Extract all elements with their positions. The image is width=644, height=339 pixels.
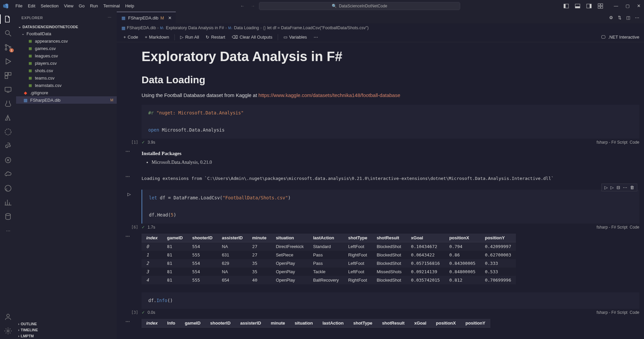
- output-menu-icon[interactable]: ⋯: [125, 174, 130, 179]
- restart-button[interactable]: ↻Restart: [204, 34, 227, 40]
- command-center[interactable]: 🔍 DataScienceInDotNetCode: [259, 2, 460, 10]
- database-icon[interactable]: [4, 212, 12, 221]
- layout-customize-icon[interactable]: [598, 3, 603, 9]
- close-icon[interactable]: ✕: [168, 15, 172, 20]
- nav-back-icon[interactable]: ←: [240, 3, 245, 8]
- column-header: situation: [271, 234, 308, 242]
- file-games-csv[interactable]: ▦games.csv: [16, 45, 117, 52]
- toolbar-more-icon[interactable]: ⋯: [312, 34, 320, 40]
- kaggle-link[interactable]: https://www.kaggle.com/datasets/technika…: [259, 92, 400, 98]
- more-icon[interactable]: ⋯: [635, 15, 639, 20]
- file-notebook[interactable]: ▦ FSharpEDA.dib M: [16, 96, 117, 104]
- window-minimize-icon[interactable]: —: [614, 3, 618, 8]
- breadcrumb[interactable]: ▦ FSharpEDA.dib › M↓ Exploratory Data An…: [117, 23, 644, 32]
- output-menu-icon[interactable]: ⋯: [125, 234, 130, 239]
- cell-language[interactable]: fsharp - F# Script: [597, 140, 628, 145]
- breadcrumb-file[interactable]: FSharpEDA.dib: [127, 26, 156, 30]
- cell-language[interactable]: fsharp - F# Script: [597, 310, 628, 315]
- explorer-icon[interactable]: [4, 15, 12, 23]
- more-icon[interactable]: ⋯: [4, 227, 12, 235]
- extensions-icon[interactable]: [4, 71, 12, 80]
- chart-icon[interactable]: [4, 198, 12, 206]
- column-header: positionX: [431, 319, 461, 328]
- menu-terminal[interactable]: Terminal: [101, 2, 122, 10]
- menu-selection[interactable]: Selection: [38, 2, 61, 10]
- scm-icon[interactable]: 1: [4, 43, 12, 51]
- tab-fsharpeda[interactable]: ▦ FSharpEDA.dib M ✕: [117, 12, 176, 23]
- testing-icon[interactable]: [4, 100, 12, 108]
- settings-gear-icon[interactable]: [4, 327, 12, 335]
- execute-above-icon[interactable]: ▷: [610, 185, 614, 190]
- section-outline[interactable]: › OUTLINE: [16, 321, 117, 327]
- menu-go[interactable]: Go: [76, 2, 87, 10]
- code-cell-2[interactable]: ▷ ▷ ⊟ ⋯ 🗑 ▷ let df = DataFrame.LoadCsv("…: [121, 190, 639, 230]
- csv-icon: ▦: [28, 53, 33, 58]
- file-teamstats-csv[interactable]: ▦teamstats.csv: [16, 82, 117, 89]
- breadcrumb-h2[interactable]: Data Loading: [234, 26, 259, 30]
- run-debug-icon[interactable]: [4, 57, 12, 65]
- section-lmptm[interactable]: › LMPTM: [16, 333, 117, 339]
- cell-kind[interactable]: Code: [630, 310, 639, 315]
- output-menu-icon[interactable]: ⋯: [125, 149, 130, 154]
- explorer-more-icon[interactable]: ⋯: [108, 15, 112, 20]
- layout-panel-icon[interactable]: [575, 3, 580, 9]
- add-markdown-button[interactable]: +Markdown: [143, 34, 171, 40]
- window-close-icon[interactable]: ✕: [637, 3, 641, 8]
- file-gitignore[interactable]: ◆ .gitignore: [16, 89, 117, 96]
- search-activity-icon[interactable]: [4, 29, 12, 37]
- remote-icon[interactable]: [4, 86, 12, 94]
- nav-forward-icon[interactable]: →: [251, 3, 255, 8]
- project-header[interactable]: ⌄ DATASCIENCEINDOTNETCODE: [16, 23, 117, 30]
- output-menu-icon[interactable]: ⋯: [125, 319, 130, 324]
- code-cell-1[interactable]: #r "nuget: Microsoft.Data.Analysis" open…: [121, 105, 639, 145]
- modified-badge: M: [110, 98, 113, 102]
- folder-footballdata[interactable]: ⌄ FootballData: [16, 30, 117, 37]
- code-editor[interactable]: df.Info(): [142, 292, 639, 309]
- menu-view[interactable]: View: [61, 2, 76, 10]
- run-all-button[interactable]: ▷Run All: [178, 34, 201, 40]
- run-by-line-icon[interactable]: ▷: [604, 185, 608, 190]
- more-icon[interactable]: ⋯: [623, 185, 627, 190]
- section-timeline[interactable]: › TIMELINE: [16, 327, 117, 333]
- layout-primary-icon[interactable]: [564, 3, 569, 9]
- diff-icon[interactable]: ⇅: [618, 15, 622, 20]
- file-teams-csv[interactable]: ▦teams.csv: [16, 74, 117, 82]
- cloud-icon[interactable]: [4, 170, 12, 178]
- account-icon[interactable]: [4, 313, 12, 321]
- breadcrumb-code[interactable]: let df = DataFrame.LoadCsv("FootballData…: [267, 26, 369, 30]
- variables-button[interactable]: ▭Variables: [281, 34, 309, 40]
- menu-file[interactable]: File: [13, 2, 25, 10]
- debug-alt-icon[interactable]: [4, 156, 12, 164]
- gear-icon[interactable]: ⚙: [609, 15, 613, 20]
- file-leagues-csv[interactable]: ▦leagues.csv: [16, 52, 117, 59]
- code-cell-3[interactable]: df.Info() [3] ✓ 0.0s fsharp - F# Script …: [121, 292, 639, 316]
- code-editor[interactable]: #r "nuget: Microsoft.Data.Analysis" open…: [142, 105, 639, 139]
- check-icon: ✓: [142, 225, 145, 230]
- add-code-button[interactable]: +Code: [121, 34, 140, 40]
- github-icon[interactable]: [4, 184, 12, 192]
- layout-secondary-icon[interactable]: [586, 3, 592, 9]
- delete-cell-icon[interactable]: 🗑: [630, 185, 634, 190]
- python-icon[interactable]: [4, 142, 12, 150]
- code-editor[interactable]: let df = DataFrame.LoadCsv("FootballData…: [142, 190, 639, 224]
- menu-edit[interactable]: Edit: [25, 2, 38, 10]
- window-maximize-icon[interactable]: ▢: [626, 3, 630, 8]
- docker-icon[interactable]: [4, 128, 12, 136]
- cell-kind[interactable]: Code: [630, 225, 639, 230]
- cell-language[interactable]: fsharp - F# Script: [597, 225, 628, 230]
- menu-help[interactable]: Help: [122, 2, 137, 10]
- file-shots-csv[interactable]: ▦shots.csv: [16, 67, 117, 74]
- split-editor-icon[interactable]: ◫: [626, 15, 630, 20]
- menu-run[interactable]: Run: [87, 2, 101, 10]
- clear-outputs-button[interactable]: ⌫Clear All Outputs: [230, 34, 274, 40]
- run-cell-icon[interactable]: ▷: [127, 192, 131, 197]
- file-appearances-csv[interactable]: ▦appearances.csv: [16, 37, 117, 45]
- section-title: Data Loading: [142, 74, 639, 86]
- kernel-selector[interactable]: .NET Interactive: [608, 35, 639, 40]
- split-cell-icon[interactable]: ⊟: [616, 185, 620, 190]
- cell-kind[interactable]: Code: [630, 140, 639, 145]
- breadcrumb-h1[interactable]: Exploratory Data Analysis in F#: [166, 26, 224, 30]
- azure-icon[interactable]: [4, 114, 12, 122]
- file-players-csv[interactable]: ▦players.csv: [16, 59, 117, 67]
- variables-icon: ▭: [283, 35, 287, 40]
